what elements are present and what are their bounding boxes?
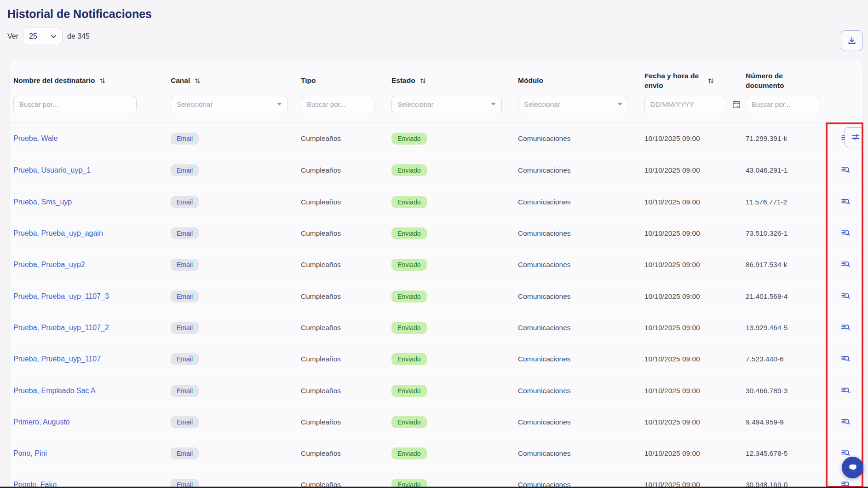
module-cell: Comunicaciones xyxy=(518,418,644,426)
table-header: Nombre del destinatario Canal Tipo Estad… xyxy=(10,60,863,123)
documento-search-input[interactable] xyxy=(746,96,820,113)
sort-icon[interactable] xyxy=(420,77,426,84)
type-cell: Cumpleaños xyxy=(301,387,391,395)
document-number-cell: 7.523.440-6 xyxy=(746,355,826,363)
filter-documento xyxy=(746,96,826,113)
modulo-select[interactable]: Seleccionar xyxy=(518,96,628,113)
search-list-icon xyxy=(840,228,850,238)
view-detail-button[interactable] xyxy=(839,352,852,366)
fecha-date-input[interactable] xyxy=(644,96,726,113)
sort-icon[interactable] xyxy=(99,77,106,84)
filter-tipo xyxy=(301,96,391,113)
filter-fecha xyxy=(644,96,746,113)
filter-modulo: Seleccionar xyxy=(518,96,644,113)
canal-select[interactable]: Seleccionar xyxy=(171,96,288,113)
search-list-icon xyxy=(840,385,850,395)
sent-datetime-cell: 10/10/2025 09:00 xyxy=(644,166,746,174)
calendar-icon[interactable] xyxy=(732,100,741,109)
view-detail-button[interactable] xyxy=(839,415,852,430)
module-cell: Comunicaciones xyxy=(518,166,644,174)
chat-launcher-button[interactable] xyxy=(842,457,863,478)
page-size-value: 25 xyxy=(29,32,37,41)
recipient-name-link[interactable]: Prueba, Sms_uyp xyxy=(13,198,72,206)
table-row: Prueba, Prueba_uyp_again Email Cumpleaño… xyxy=(10,217,863,249)
status-badge: Enviado xyxy=(391,353,427,365)
chat-bubble-icon xyxy=(847,462,859,474)
page-size-bar: Ver 25 de 345 xyxy=(7,28,90,45)
table-row: Prueba, Prueba_uyp_1107 Email Cumpleaños… xyxy=(10,343,863,374)
type-cell: Cumpleaños xyxy=(301,229,391,238)
search-list-icon xyxy=(840,291,850,301)
document-number-cell: 11.576.771-2 xyxy=(746,198,826,206)
column-settings-button[interactable] xyxy=(845,127,863,147)
type-cell: Cumpleaños xyxy=(301,355,391,363)
view-detail-button[interactable] xyxy=(839,320,852,335)
type-cell: Cumpleaños xyxy=(301,166,391,174)
document-number-cell: 43.046.291-1 xyxy=(746,166,826,174)
recipient-name-link[interactable]: Prueba, Wale xyxy=(13,134,57,142)
module-cell: Comunicaciones xyxy=(518,449,644,458)
estado-select[interactable]: Seleccionar xyxy=(391,96,502,113)
status-badge: Enviado xyxy=(391,227,427,239)
recipient-name-link[interactable]: Prueba, Usuario_uyp_1 xyxy=(13,166,91,174)
sent-datetime-cell: 10/10/2025 09:00 xyxy=(644,292,746,301)
page-title: Historial de Notificaciones xyxy=(7,7,152,21)
module-cell: Comunicaciones xyxy=(518,198,644,206)
document-number-cell: 73.510.326-1 xyxy=(746,229,826,238)
nombre-search-input[interactable] xyxy=(13,96,137,113)
sliders-icon xyxy=(851,132,861,142)
recipient-name-link[interactable]: Pono, Pini xyxy=(13,449,47,457)
download-button[interactable] xyxy=(841,30,862,51)
column-header-estado[interactable]: Estado xyxy=(391,76,518,86)
page-size-select[interactable]: 25 xyxy=(23,28,63,45)
table-row: Prueba, Prueba_uyp_1107_2 Email Cumpleañ… xyxy=(10,312,863,343)
download-icon xyxy=(847,36,857,46)
sent-datetime-cell: 10/10/2025 09:00 xyxy=(644,449,746,458)
recipient-name-link[interactable]: Prueba, Prueba_uyp_1107_2 xyxy=(13,324,109,331)
view-detail-button[interactable] xyxy=(839,257,852,272)
column-header-modulo: Módulo xyxy=(518,76,644,86)
table-row: Prueba, Prueba_uyp_1107_3 Email Cumpleañ… xyxy=(10,280,863,311)
recipient-name-link[interactable]: Primero, Augusto xyxy=(13,418,70,426)
type-cell: Cumpleaños xyxy=(301,324,391,332)
column-header-nombre[interactable]: Nombre del destinatario xyxy=(10,76,171,86)
search-list-icon xyxy=(840,354,850,363)
module-cell: Comunicaciones xyxy=(518,134,644,143)
view-detail-button[interactable] xyxy=(839,383,852,398)
search-list-icon xyxy=(840,197,850,206)
total-count-label: de 345 xyxy=(67,32,90,41)
channel-badge: Email xyxy=(171,196,199,208)
sort-icon[interactable] xyxy=(707,77,714,84)
recipient-name-link[interactable]: Prueba, Prueba_uyp_again xyxy=(13,229,103,237)
document-number-cell: 12.345.678-5 xyxy=(746,449,826,458)
sent-datetime-cell: 10/10/2025 09:00 xyxy=(644,355,746,363)
sent-datetime-cell: 10/10/2025 09:00 xyxy=(644,229,746,238)
caret-down-icon xyxy=(617,103,622,106)
column-header-canal[interactable]: Canal xyxy=(171,76,301,86)
channel-badge: Email xyxy=(171,385,199,397)
recipient-name-link[interactable]: Prueba, Empleado Sac A xyxy=(13,387,96,395)
sort-icon[interactable] xyxy=(194,77,201,84)
type-cell: Cumpleaños xyxy=(301,449,391,458)
table-row: Pono, Pini Email Cumpleaños Enviado Comu… xyxy=(10,437,863,469)
column-header-fecha[interactable]: Fecha y hora de envío xyxy=(644,71,746,91)
module-cell: Comunicaciones xyxy=(518,261,644,269)
search-list-icon xyxy=(840,165,850,174)
status-badge: Enviado xyxy=(391,196,427,208)
table-row: Prueba, Wale Email Cumpleaños Enviado Co… xyxy=(10,123,863,154)
recipient-name-link[interactable]: Prueba, Prueba_uyp_1107_3 xyxy=(13,292,109,300)
view-detail-button[interactable] xyxy=(839,289,852,304)
recipient-name-link[interactable]: Prueba, Prueba_uyp2 xyxy=(13,261,85,268)
view-detail-button[interactable] xyxy=(839,163,852,178)
tipo-search-input[interactable] xyxy=(301,96,374,113)
table-row: Primero, Augusto Email Cumpleaños Enviad… xyxy=(10,406,863,437)
table-body: Prueba, Wale Email Cumpleaños Enviado Co… xyxy=(10,123,863,488)
table-row: Prueba, Usuario_uyp_1 Email Cumpleaños E… xyxy=(10,154,863,186)
document-number-cell: 21.401.568-4 xyxy=(746,292,826,301)
recipient-name-link[interactable]: Prueba, Prueba_uyp_1107 xyxy=(13,355,101,363)
document-number-cell: 13.929.464-5 xyxy=(746,324,826,332)
view-detail-button[interactable] xyxy=(839,226,852,241)
view-detail-button[interactable] xyxy=(839,195,852,209)
status-badge: Enviado xyxy=(391,322,427,334)
module-cell: Comunicaciones xyxy=(518,387,644,395)
